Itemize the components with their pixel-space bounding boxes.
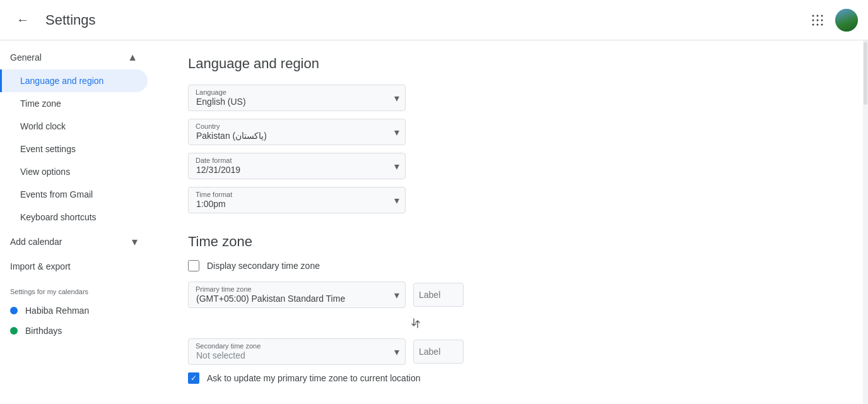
- svg-point-5: [821, 19, 823, 21]
- sidebar-add-calendar[interactable]: Add calendar ▾: [0, 229, 148, 255]
- import-export-label: Import & export: [10, 261, 71, 271]
- update-timezone-checkbox[interactable]: [188, 372, 199, 384]
- time-format-field: Time format 1:00pm 13:00 ▾: [188, 187, 406, 213]
- swap-timezones-button[interactable]: [406, 313, 426, 333]
- sidebar-sub-label: Keyboard shortcuts: [20, 212, 97, 222]
- sidebar-section-general[interactable]: General ▲: [0, 45, 148, 69]
- svg-point-2: [821, 15, 823, 16]
- language-label: Language: [196, 88, 226, 96]
- svg-point-3: [812, 19, 814, 21]
- calendar-dot-habiba: [10, 307, 18, 314]
- grid-icon-button[interactable]: [805, 8, 830, 33]
- secondary-timezone-label-input[interactable]: [413, 340, 464, 364]
- sidebar-sub-label: View options: [20, 167, 70, 177]
- sidebar-general-label: General: [10, 52, 42, 62]
- update-timezone-row: Ask to update my primary time zone to cu…: [188, 372, 838, 384]
- sidebar-sub-label: Event settings: [20, 144, 76, 154]
- sidebar: General ▲ Language and region Time zone …: [0, 40, 158, 404]
- back-button[interactable]: ←: [10, 8, 35, 33]
- country-label: Country: [196, 122, 220, 130]
- primary-timezone-row: Primary time zone (GMT+05:00) Pakistan S…: [188, 282, 838, 308]
- sidebar-item-view-options[interactable]: View options: [0, 160, 148, 183]
- my-calendars-label: Settings for my calendars: [0, 278, 158, 300]
- secondary-timezone-select[interactable]: Not selected (GMT+05:00) Pakistan Standa…: [188, 338, 406, 365]
- time-format-label: Time format: [196, 191, 232, 198]
- svg-point-1: [817, 15, 819, 16]
- sidebar-item-keyboard-shortcuts[interactable]: Keyboard shortcuts: [0, 206, 148, 229]
- secondary-timezone-label: Display secondary time zone: [207, 261, 320, 271]
- main-content: Language and region Language English (US…: [158, 40, 868, 404]
- sidebar-item-event-settings[interactable]: Event settings: [0, 138, 148, 160]
- language-region-section: Language and region Language English (US…: [188, 56, 838, 213]
- sidebar-sub-label: Events from Gmail: [20, 189, 93, 199]
- secondary-timezone-checkbox[interactable]: [188, 260, 199, 271]
- language-field: Language English (US) English (UK) Urdu …: [188, 85, 406, 111]
- time-zone-title: Time zone: [188, 234, 838, 250]
- secondary-timezone-row: Display secondary time zone: [188, 260, 838, 271]
- date-format-field: Date format 12/31/2019 31/12/2019 2019-1…: [188, 153, 406, 179]
- sidebar-calendar-birthdays[interactable]: Birthdays: [0, 321, 158, 341]
- sidebar-sub-label: Time zone: [20, 98, 61, 109]
- country-select[interactable]: Pakistan (پاکستان) United States United …: [188, 119, 406, 145]
- sidebar-item-world-clock[interactable]: World clock: [0, 115, 148, 138]
- svg-point-6: [812, 23, 814, 25]
- avatar-image: [835, 9, 858, 32]
- calendar-dot-birthdays: [10, 327, 18, 335]
- layout: General ▲ Language and region Time zone …: [0, 40, 868, 404]
- sidebar-item-events-from-gmail[interactable]: Events from Gmail: [0, 183, 148, 206]
- chevron-up-icon: ▲: [127, 52, 138, 63]
- primary-timezone-select[interactable]: (GMT+05:00) Pakistan Standard Time (GMT+…: [188, 282, 406, 308]
- sidebar-sub-label: World clock: [20, 121, 66, 131]
- country-field: Country Pakistan (پاکستان) United States…: [188, 119, 406, 145]
- sidebar-sub-label: Language and region: [20, 76, 103, 86]
- scrollbar-thumb[interactable]: [864, 42, 867, 105]
- date-format-label: Date format: [196, 157, 232, 164]
- avatar[interactable]: [835, 9, 858, 32]
- calendar-label-habiba: Habiba Rehman: [25, 306, 89, 316]
- header-left: ← Settings: [10, 8, 805, 33]
- language-region-title: Language and region: [188, 56, 838, 72]
- svg-point-4: [817, 19, 819, 21]
- svg-point-8: [821, 23, 823, 25]
- add-calendar-label: Add calendar: [10, 237, 62, 247]
- svg-point-7: [817, 23, 819, 25]
- primary-timezone-label-input[interactable]: [413, 283, 464, 307]
- secondary-timezone-select-row: Secondary time zone Not selected (GMT+05…: [188, 338, 838, 365]
- header-right: [805, 8, 858, 33]
- primary-timezone-field: Primary time zone (GMT+05:00) Pakistan S…: [188, 282, 406, 308]
- sidebar-calendar-habiba[interactable]: Habiba Rehman: [0, 300, 158, 321]
- scrollbar-track[interactable]: [863, 40, 868, 404]
- update-timezone-label: Ask to update my primary time zone to cu…: [207, 373, 420, 383]
- sidebar-item-time-zone[interactable]: Time zone: [0, 92, 148, 115]
- time-zone-section: Time zone Display secondary time zone Pr…: [188, 234, 838, 384]
- page-title: Settings: [45, 12, 96, 28]
- svg-point-0: [812, 15, 814, 16]
- calendar-label-birthdays: Birthdays: [25, 326, 62, 336]
- header: ← Settings: [0, 0, 868, 40]
- secondary-timezone-field: Secondary time zone Not selected (GMT+05…: [188, 338, 406, 365]
- sidebar-import-export[interactable]: Import & export: [0, 255, 148, 278]
- sidebar-item-language-and-region[interactable]: Language and region: [0, 69, 148, 92]
- chevron-down-icon: ▾: [132, 235, 138, 249]
